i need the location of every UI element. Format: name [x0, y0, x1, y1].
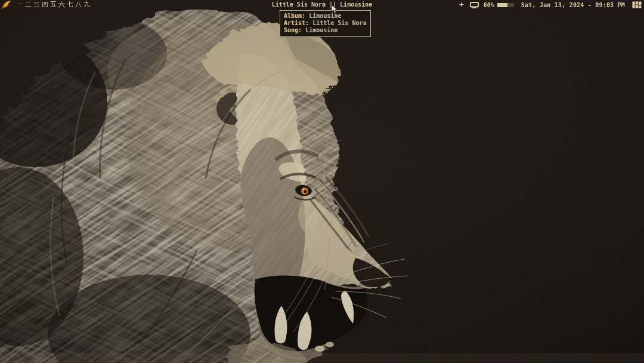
- bar-left-section: 一二三四五六七八九: [0, 0, 90, 10]
- tooltip-song-label: Song:: [284, 27, 302, 33]
- clock[interactable]: Sat, Jan 13, 2024 - 09:03 PM: [519, 2, 627, 8]
- volume-percent: 60%: [484, 2, 494, 8]
- workspace-5[interactable]: 五: [50, 0, 57, 10]
- bar-right-section: + 60% Sat, Jan 13, 2024 - 09:03 PM: [458, 0, 644, 10]
- cursor-icon: [331, 4, 339, 14]
- columns-layout-icon[interactable]: [632, 1, 642, 8]
- display-icon[interactable]: [470, 2, 479, 8]
- workspace-3[interactable]: 三: [33, 0, 40, 10]
- volume-bar[interactable]: [497, 3, 514, 7]
- workspace-switcher: 一二三四五六七八九: [17, 0, 90, 10]
- plus-icon[interactable]: +: [458, 1, 465, 9]
- wallpaper-lion: [0, 0, 644, 363]
- workspace-9[interactable]: 九: [83, 0, 90, 10]
- workspace-8[interactable]: 八: [75, 0, 82, 10]
- music-tooltip: Album: Limousine Artist: Little Sis Nora…: [280, 10, 371, 37]
- status-bar: 一二三四五六七八九 Little Sis Nora || Limousine +…: [0, 0, 644, 10]
- music-title: Little Sis Nora || Limousine: [272, 1, 373, 8]
- workspace-6[interactable]: 六: [58, 0, 65, 10]
- volume-fill: [497, 3, 507, 7]
- garuda-logo-icon[interactable]: [0, 0, 13, 10]
- workspace-4[interactable]: 四: [42, 0, 48, 10]
- tooltip-song-row: Song: Limousine: [284, 27, 366, 34]
- tooltip-artist-label: Artist:: [284, 20, 309, 26]
- desktop: 一二三四五六七八九 Little Sis Nora || Limousine +…: [0, 0, 644, 363]
- workspace-1[interactable]: 一: [17, 0, 23, 10]
- tooltip-song-value: Limousine: [302, 27, 338, 33]
- volume-widget[interactable]: 60%: [484, 2, 514, 8]
- tooltip-album-row: Album: Limousine: [284, 13, 366, 20]
- workspace-2[interactable]: 二: [25, 0, 32, 10]
- music-widget[interactable]: Little Sis Nora || Limousine: [272, 0, 373, 10]
- tooltip-artist-row: Artist: Little Sis Nora: [284, 20, 366, 27]
- tooltip-album-label: Album:: [284, 13, 305, 19]
- tooltip-artist-value: Little Sis Nora: [309, 20, 366, 26]
- workspace-7[interactable]: 七: [67, 0, 73, 10]
